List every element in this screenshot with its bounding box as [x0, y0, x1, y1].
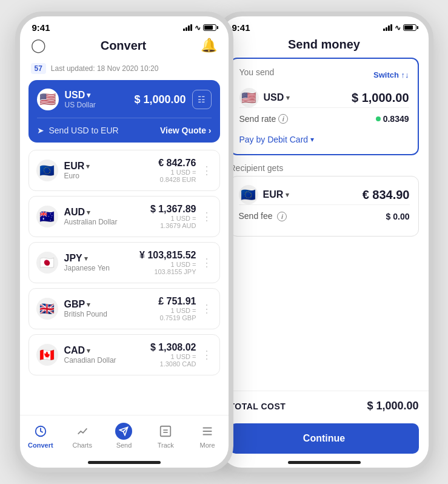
eur-code[interactable]: EUR ▾ — [64, 161, 90, 172]
usd-code[interactable]: USD ▾ — [65, 90, 96, 101]
aud-code[interactable]: AUD ▾ — [64, 207, 118, 218]
gbp-code[interactable]: GBP ▾ — [64, 299, 107, 310]
cad-code[interactable]: CAD ▾ — [64, 345, 116, 356]
total-cost-value: $ 1,000.00 — [367, 400, 418, 412]
usd-flag: 🇺🇸 — [37, 89, 59, 110]
nav-item-track[interactable]: Track — [145, 420, 187, 451]
aud-left: 🇦🇺 AUD ▾ Australian Dollar — [36, 206, 118, 227]
nav-item-convert[interactable]: Convert — [20, 420, 62, 451]
header-1: ◯ Convert 🔔 — [20, 35, 229, 59]
status-icons-1: ∿ — [183, 24, 216, 32]
convert-nav-label: Convert — [28, 442, 53, 449]
recipient-amount: € 834.90 — [363, 188, 410, 202]
jpy-card: 🇯🇵 JPY ▾ Japanese Yen ¥ 103,815.52 1 USD… — [28, 242, 220, 283]
fee-info-icon[interactable]: i — [277, 212, 287, 221]
send-money-content: You send Switch ↑↓ 🇺🇸 USD ▾ $ 1,000.00 — [220, 58, 429, 391]
phone-send-money: 9:41 ∿ Send money — [215, 12, 433, 472]
gbp-amount: £ 751.91 — [158, 296, 196, 307]
you-send-card: You send Switch ↑↓ 🇺🇸 USD ▾ $ 1,000.00 — [230, 58, 419, 155]
you-send-header: You send Switch ↑↓ — [239, 67, 409, 82]
aud-flag: 🇦🇺 — [36, 206, 58, 227]
rate-label: Send rate i — [239, 114, 289, 124]
switch-button[interactable]: Switch ↑↓ — [373, 70, 409, 79]
nav-item-send[interactable]: Send — [103, 420, 145, 451]
eur-right: € 842.76 1 USD =0.8428 EUR ⋮ — [158, 158, 212, 183]
recipient-gets-card: 🇪🇺 EUR ▾ € 834.90 Send fee i $ 0.00 — [230, 176, 419, 237]
jpy-left: 🇯🇵 JPY ▾ Japanese Yen — [36, 252, 110, 274]
signal-icon-2 — [383, 24, 392, 31]
usd-amount: $ 1,000.00 — [134, 93, 186, 106]
eur-more-icon[interactable]: ⋮ — [201, 164, 212, 177]
send-text-left: ➤ Send USD to EUR — [37, 126, 119, 135]
update-text: Last updated: 18 Nov 2020 10:20 — [51, 64, 158, 73]
you-send-code[interactable]: USD ▾ — [264, 92, 290, 103]
eur-name: Euro — [64, 172, 90, 180]
jpy-more-icon[interactable]: ⋮ — [201, 256, 212, 269]
fee-label: Send fee i — [239, 211, 287, 221]
convert-nav-icon — [32, 423, 49, 440]
calculator-icon[interactable]: ☷ — [192, 90, 212, 109]
jpy-code[interactable]: JPY ▾ — [64, 253, 110, 264]
view-quote-btn[interactable]: View Quote › — [160, 126, 212, 135]
bell-icon[interactable]: 🔔 — [201, 38, 217, 53]
eur-rate: 1 USD =0.8428 EUR — [158, 169, 196, 183]
fee-row: Send fee i $ 0.00 — [239, 204, 410, 227]
battery-icon-2 — [403, 24, 416, 31]
rate-info-icon[interactable]: i — [278, 114, 288, 124]
update-bar: 57 Last updated: 18 Nov 2020 10:20 — [20, 59, 229, 78]
aud-more-icon[interactable]: ⋮ — [201, 210, 212, 223]
main-currency-left: 🇺🇸 USD ▾ US Dollar — [37, 89, 96, 110]
total-cost-bar: TOTAL COST $ 1,000.00 — [220, 391, 429, 421]
you-send-label: You send — [239, 67, 275, 77]
phones-container: 9:41 ∿ ◯ Convert 🔔 57 La — [15, 12, 433, 472]
recipient-code[interactable]: EUR ▾ — [263, 189, 290, 200]
update-badge: 57 — [31, 63, 46, 74]
status-icons-2: ∿ — [383, 24, 416, 32]
svg-rect-3 — [161, 426, 171, 437]
rate-value: 0.8349 — [376, 114, 409, 124]
chart-nav-icon — [74, 423, 91, 440]
send-nav-label: Send — [116, 442, 132, 449]
bottom-nav: Convert Charts Send Track — [20, 415, 229, 461]
cad-more-icon[interactable]: ⋮ — [201, 348, 212, 361]
eur-amount: € 842.76 — [158, 158, 196, 169]
wifi-icon-2: ∿ — [395, 24, 401, 32]
gbp-flag: 🇬🇧 — [36, 298, 58, 320]
cad-right: $ 1,308.02 1 USD =1.3080 CAD ⋮ — [150, 342, 212, 368]
recipient-currency-row: 🇪🇺 EUR ▾ € 834.90 — [239, 185, 410, 204]
you-send-flag: 🇺🇸 — [239, 88, 259, 107]
jpy-rate: 1 USD =103.8155 JPY — [139, 261, 196, 275]
status-time-1: 9:41 — [32, 22, 50, 33]
you-send-amount[interactable]: $ 1,000.00 — [352, 91, 409, 105]
pay-by-row[interactable]: Pay by Debit Card ▾ — [239, 130, 409, 146]
gbp-rate: 1 USD =0.7519 GBP — [158, 307, 196, 321]
cad-amount: $ 1,308.02 — [150, 342, 196, 353]
gbp-more-icon[interactable]: ⋮ — [201, 302, 212, 315]
you-send-currency-row: 🇺🇸 USD ▾ $ 1,000.00 — [239, 88, 409, 107]
track-nav-label: Track — [158, 442, 174, 449]
eur-left: 🇪🇺 EUR ▾ Euro — [36, 160, 90, 181]
eur-card: 🇪🇺 EUR ▾ Euro € 842.76 1 USD =0.8428 EUR… — [28, 150, 220, 191]
status-bar-2: 9:41 ∿ — [220, 16, 429, 35]
nav-item-more[interactable]: More — [187, 420, 229, 451]
gbp-name: British Pound — [64, 310, 107, 318]
jpy-flag: 🇯🇵 — [36, 252, 58, 274]
cad-rate: 1 USD =1.3080 CAD — [150, 353, 196, 368]
pay-by-chevron-icon: ▾ — [310, 135, 314, 144]
rate-row: Send rate i 0.8349 — [239, 107, 409, 130]
main-currency-row: 🇺🇸 USD ▾ US Dollar $ 1,000.00 ☷ — [37, 89, 212, 110]
eur-flag: 🇪🇺 — [36, 160, 58, 181]
total-cost-label: TOTAL COST — [230, 402, 286, 411]
more-nav-label: More — [200, 442, 215, 449]
send-nav-icon — [115, 423, 132, 440]
jpy-amount: ¥ 103,815.52 — [139, 250, 196, 261]
continue-button[interactable]: Continue — [230, 423, 419, 454]
gbp-card: 🇬🇧 GBP ▾ British Pound £ 751.91 1 USD =0… — [28, 288, 220, 329]
aud-rate: 1 USD =1.3679 AUD — [150, 215, 196, 229]
person-icon[interactable]: ◯ — [31, 38, 46, 53]
page-title-convert: Convert — [101, 39, 147, 53]
fee-value: $ 0.00 — [386, 212, 410, 221]
you-send-currency-left: 🇺🇸 USD ▾ — [239, 88, 290, 107]
nav-item-charts[interactable]: Charts — [61, 420, 103, 451]
battery-icon — [203, 24, 216, 31]
